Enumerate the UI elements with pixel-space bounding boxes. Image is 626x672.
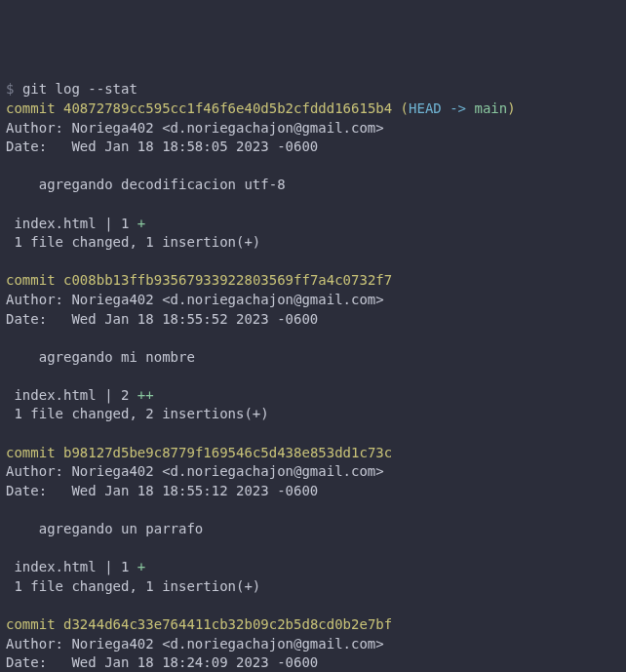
stat-file-line: index.html | 1 + xyxy=(6,215,620,234)
date-line: Date: Wed Jan 18 18:24:09 2023 -0600 xyxy=(6,653,620,672)
stat-file: index.html | 1 xyxy=(6,216,137,231)
commit-hash: c008bb13ffb93567933922803569ff7a4c0732f7 xyxy=(63,272,392,288)
prompt-symbol: $ xyxy=(6,81,14,97)
date-line: Date: Wed Jan 18 18:55:52 2023 -0600 xyxy=(6,310,620,330)
commit-line: commit d3244d64c33e764411cb32b09c2b5d8cd… xyxy=(6,615,620,635)
stat-plus: ++ xyxy=(137,387,154,403)
commit-label: commit xyxy=(6,445,56,460)
blank-line xyxy=(6,367,620,386)
stat-file-line: index.html | 2 ++ xyxy=(6,386,620,406)
blank-line xyxy=(6,195,620,215)
commit-line: commit b98127d5be9c8779f169546c5d438e853… xyxy=(6,444,620,463)
blank-line xyxy=(6,424,620,444)
blank-line xyxy=(6,329,620,348)
blank-line xyxy=(6,596,620,615)
commit-label: commit xyxy=(6,272,56,288)
stat-summary: 1 file changed, 2 insertions(+) xyxy=(6,405,620,424)
blank-line xyxy=(6,253,620,272)
head-ref: HEAD -> xyxy=(409,100,474,116)
branch-name: main xyxy=(474,100,507,116)
stat-file-line: index.html | 1 + xyxy=(6,558,620,577)
stat-plus: + xyxy=(137,216,145,231)
commit-message: agregando decodificacion utf-8 xyxy=(6,176,620,195)
commit-message: agregando mi nombre xyxy=(6,348,620,368)
author-line: Author: Noriega402 <d.noriegachajon@gmai… xyxy=(6,119,620,138)
commit-line: commit 40872789cc595cc1f46f6e40d5b2cfddd… xyxy=(6,99,620,119)
author-line: Author: Noriega402 <d.noriegachajon@gmai… xyxy=(6,635,620,654)
commit-message: agregando un parrafo xyxy=(6,520,620,539)
commit-line: commit c008bb13ffb93567933922803569ff7a4… xyxy=(6,271,620,291)
blank-line xyxy=(6,157,620,177)
blank-line xyxy=(6,539,620,559)
stat-summary: 1 file changed, 1 insertion(+) xyxy=(6,577,620,597)
command-text: git log --stat xyxy=(22,81,137,97)
commit-hash: d3244d64c33e764411cb32b09c2b5d8cd0b2e7bf xyxy=(63,616,392,632)
stat-file: index.html | 1 xyxy=(6,559,137,574)
terminal-output[interactable]: $ git log --statcommit 40872789cc595cc1f… xyxy=(6,80,620,672)
date-line: Date: Wed Jan 18 18:58:05 2023 -0600 xyxy=(6,138,620,157)
stat-plus: + xyxy=(137,559,145,574)
date-line: Date: Wed Jan 18 18:55:12 2023 -0600 xyxy=(6,482,620,501)
author-line: Author: Noriega402 <d.noriegachajon@gmai… xyxy=(6,291,620,310)
commit-label: commit xyxy=(6,100,56,116)
stat-file: index.html | 2 xyxy=(6,387,137,403)
author-line: Author: Noriega402 <d.noriegachajon@gmai… xyxy=(6,462,620,482)
ref-close: ) xyxy=(507,100,515,116)
prompt-line: $ git log --stat xyxy=(6,80,620,99)
commit-hash: 40872789cc595cc1f46f6e40d5b2cfddd16615b4 xyxy=(63,100,392,116)
commit-hash: b98127d5be9c8779f169546c5d438e853dd1c73c xyxy=(63,445,392,460)
ref-open: ( xyxy=(392,100,409,116)
blank-line xyxy=(6,500,620,520)
stat-summary: 1 file changed, 1 insertion(+) xyxy=(6,233,620,253)
commit-label: commit xyxy=(6,616,56,632)
